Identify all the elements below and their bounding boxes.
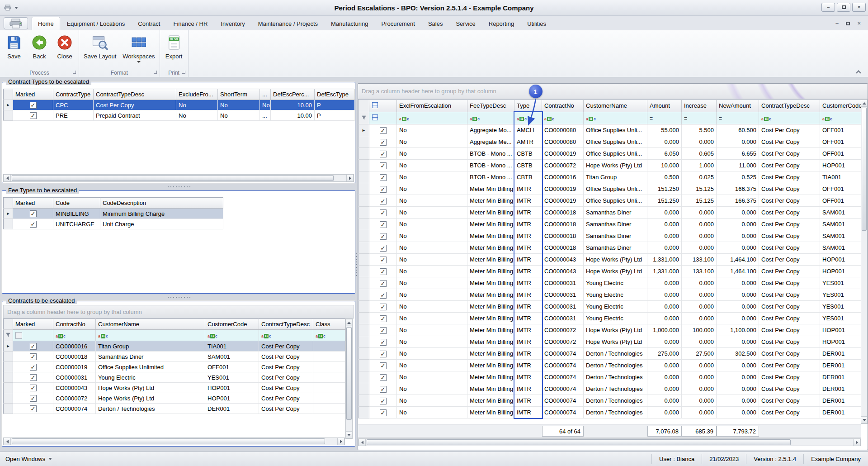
contracts-grid-row-1[interactable]: ✓CO0000018Samanthas DinerSAM001Cost Per … — [4, 352, 345, 362]
checkbox[interactable]: ✓ — [30, 210, 37, 217]
contracts-grid-row-0[interactable]: ►✓CO0000016Titan GroupTIA001Cost Per Cop… — [4, 341, 345, 352]
fee-types-grid-header-code[interactable]: Code — [53, 198, 100, 209]
main-grid-filter-increase[interactable]: = — [682, 112, 717, 124]
scrollbar-track[interactable] — [366, 439, 853, 446]
main-grid-row-23[interactable]: ✓NoMeter Min BillingIMTRCO0000074Derton … — [359, 395, 861, 407]
tab-contract[interactable]: Contract — [132, 17, 166, 30]
main-grid-header-newamount[interactable]: NewAmount — [717, 100, 759, 112]
checkbox[interactable]: ✓ — [380, 339, 387, 346]
contract-types-grid-header-shortterm[interactable]: ShortTerm — [218, 89, 260, 100]
scrollbar-thumb[interactable] — [12, 438, 325, 444]
contracts-hscrollbar[interactable] — [3, 437, 345, 445]
main-grid-vscrollbar[interactable] — [861, 99, 868, 424]
tab-manufacturing[interactable]: Manufacturing — [325, 17, 374, 30]
scrollbar-track[interactable] — [861, 107, 867, 416]
contract-types-grid-header-defescperc[interactable]: DefEscPerc... — [271, 89, 315, 100]
main-grid-filter-contractno[interactable]: aBc — [542, 112, 584, 124]
contracts-grid-filter-customercode[interactable]: aBc — [205, 330, 259, 341]
contracts-grid-header-customercode[interactable]: CustomerCode — [205, 319, 259, 330]
main-grid-row-4[interactable]: ✓NoBTOB - Mono ...CBTBCO0000016Titan Gro… — [359, 171, 861, 183]
mdi-restore-button[interactable] — [846, 20, 850, 27]
checkbox[interactable]: ✓ — [380, 209, 387, 216]
main-grid-row-11[interactable]: ✓NoMeter Min BillingIMTRCO0000043Hope Wo… — [359, 254, 861, 266]
main-grid-row-24[interactable]: ✓NoMeter Min BillingIMTRCO0000074Derton … — [359, 407, 861, 418]
contracts-groupby-bar[interactable]: Drag a column header here to group by th… — [3, 305, 354, 319]
dialog-launcher-icon[interactable] — [154, 71, 157, 74]
contract-types-hscrollbar[interactable] — [3, 174, 354, 182]
main-grid-row-0[interactable]: ►✓NoAggregate Mo...AMCHCO0000080Office S… — [359, 124, 861, 136]
minimize-button[interactable]: − — [821, 3, 835, 12]
scroll-up-button[interactable] — [346, 319, 352, 326]
close-button[interactable]: × — [852, 3, 866, 12]
main-grid-filter-check[interactable] — [369, 112, 397, 124]
contracts-grid-filter-contracttypedesc[interactable]: aBc — [259, 330, 313, 341]
main-grid-header-exclfromescalation[interactable]: ExclFromEscalation — [397, 100, 467, 112]
main-grid-header-check[interactable] — [369, 100, 397, 112]
checkbox[interactable]: ✓ — [380, 186, 387, 193]
contract-types-grid-header-defesctype[interactable]: DefEscType — [315, 89, 355, 100]
main-grid-filter-contracttypedesc[interactable]: aBc — [759, 112, 820, 124]
scrollbar-thumb[interactable] — [12, 175, 334, 181]
tab-sales[interactable]: Sales — [422, 17, 449, 30]
fee-types-grid-header-codedescription[interactable]: CodeDescription — [100, 198, 223, 209]
main-grid-filter-feetypedesc[interactable]: aBc — [467, 112, 514, 124]
save-layout-button[interactable]: Save Layout — [81, 32, 119, 61]
checkbox[interactable]: ✓ — [380, 127, 387, 134]
scroll-right-button[interactable] — [346, 175, 354, 181]
main-grid-header-customercode[interactable]: CustomerCode — [820, 100, 861, 112]
contract-types-grid-header-contracttype[interactable]: ContractType — [53, 89, 94, 100]
tab-finance-hr[interactable]: Finance / HR — [167, 17, 214, 30]
checkbox[interactable]: ✓ — [380, 245, 387, 252]
main-grid-header-increase[interactable]: Increase — [682, 100, 717, 112]
main-grid-groupby-bar[interactable]: Drag a column header here to group by th… — [358, 84, 868, 99]
fee-types-grid-row-0[interactable]: ►✓MINBILLINGMinimum Billing Charge — [4, 209, 223, 219]
main-grid-filter-newamount[interactable]: = — [717, 112, 759, 124]
contracts-grid-filter-customername[interactable]: aBc — [96, 330, 205, 341]
checkbox[interactable]: ✓ — [30, 395, 37, 402]
contract-types-grid-header-col[interactable]: ... — [260, 89, 271, 100]
checkbox[interactable]: ✓ — [380, 151, 387, 157]
main-grid-row-1[interactable]: ✓NoAggregate Me...AMTRCO0000080Office Su… — [359, 136, 861, 148]
main-grid-row-7[interactable]: ✓NoMeter Min BillingIMTRCO0000018Samanth… — [359, 207, 861, 219]
dialog-launcher-icon[interactable] — [182, 71, 185, 74]
main-grid-row-18[interactable]: ✓NoMeter Min BillingIMTRCO0000072Hope Wo… — [359, 336, 861, 348]
contracts-grid-header-class[interactable]: Class — [313, 319, 345, 330]
checkbox[interactable]: ✓ — [380, 174, 387, 181]
scroll-right-button[interactable] — [337, 438, 344, 445]
checkbox[interactable]: ✓ — [380, 362, 387, 369]
checkbox[interactable]: ✓ — [30, 405, 37, 412]
main-grid-filter-amount[interactable]: = — [647, 112, 682, 124]
main-grid-row-6[interactable]: ✓NoMeter Min BillingIMTRCO0000019Office … — [359, 195, 861, 207]
checkbox[interactable]: ✓ — [30, 385, 37, 391]
scroll-left-button[interactable] — [4, 175, 11, 181]
checkbox[interactable]: ✓ — [380, 280, 387, 287]
main-grid-row-9[interactable]: ✓NoMeter Min BillingIMTRCO0000018Samanth… — [359, 230, 861, 242]
checkbox[interactable]: ✓ — [380, 351, 387, 357]
contract-types-grid-header-excludefro[interactable]: ExcludeFro... — [176, 89, 218, 100]
contracts-grid-row-2[interactable]: ✓CO0000019Office Supplies UnlimitedOFF00… — [4, 362, 345, 372]
checkbox[interactable]: ✓ — [380, 162, 387, 169]
tab-reporting[interactable]: Reporting — [482, 17, 520, 30]
main-grid-hscrollbar[interactable] — [358, 438, 861, 446]
main-grid-filter-exclfromescalation[interactable]: aBc — [397, 112, 467, 124]
save-button[interactable]: Save — [2, 32, 26, 61]
contracts-grid-filter-marked[interactable] — [13, 330, 53, 341]
workspaces-button[interactable]: Workspaces — [120, 32, 157, 64]
main-grid-header-contracttypedesc[interactable]: ContractTypeDesc — [759, 100, 820, 112]
main-grid-row-2[interactable]: ✓NoBTOB - Mono ...CBTBCO0000019Office Su… — [359, 148, 861, 160]
contracts-grid-row-5[interactable]: ✓CO0000072Hope Works (Pty) LtdHOP001Cost… — [4, 393, 345, 404]
scroll-down-button[interactable] — [346, 431, 352, 438]
checkbox[interactable]: ✓ — [380, 304, 387, 310]
scrollbar-track[interactable] — [11, 438, 337, 445]
main-grid-row-19[interactable]: ✓NoMeter Min BillingIMTRCO0000074Derton … — [359, 348, 861, 360]
contracts-grid-filter-contractno[interactable]: aBc — [53, 330, 96, 341]
contracts-grid-header-marked[interactable]: Marked — [13, 319, 53, 330]
checkbox[interactable]: ✓ — [380, 327, 387, 334]
contracts-grid-row-6[interactable]: ✓CO0000074Derton / TechnologiesDER001Cos… — [4, 404, 345, 414]
main-grid-row-8[interactable]: ✓NoMeter Min BillingIMTRCO0000018Samanth… — [359, 219, 861, 230]
contract-types-grid-row-0[interactable]: ►✓CPCCost Per CopyNoNoNo10.00P — [4, 100, 355, 110]
scroll-up-button[interactable] — [861, 100, 867, 107]
scroll-left-button[interactable] — [359, 439, 366, 446]
tab-utilities[interactable]: Utilities — [521, 17, 552, 30]
mdi-close-button[interactable]: × — [857, 20, 861, 27]
